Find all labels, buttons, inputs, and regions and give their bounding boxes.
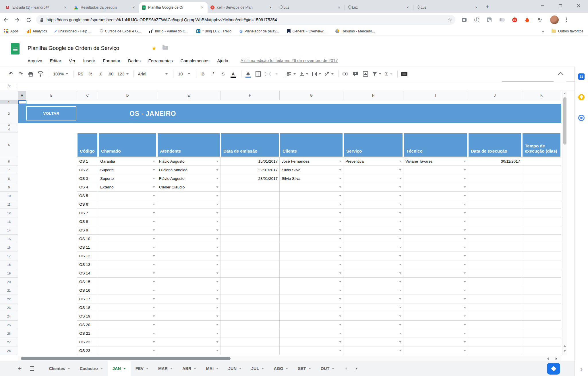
cell-dropdown-icon[interactable] [216,315,218,317]
cell[interactable]: OS 3 [77,174,98,183]
scroll-right-icon[interactable] [556,357,557,360]
cell-dropdown-icon[interactable] [399,298,401,300]
cell-dropdown-icon[interactable] [153,178,155,179]
cell-dropdown-icon[interactable] [464,315,466,317]
table-header-9[interactable]: Tempo de execução (dias) [523,133,560,157]
cell-dropdown-icon[interactable] [153,229,155,231]
cell-dropdown-icon[interactable] [216,298,218,300]
cell[interactable] [280,338,343,346]
cell[interactable] [98,321,157,329]
refresh-button[interactable] [23,14,34,26]
row-header-16[interactable]: 16 [0,243,18,252]
add-sheet-icon[interactable]: + [18,365,22,373]
browser-tab[interactable]: Luz× [276,2,345,13]
cell[interactable] [403,321,468,329]
vertical-align-icon[interactable] [299,70,308,78]
table-header-8[interactable]: Data de execução [469,133,521,157]
insert-chart-icon[interactable] [362,70,369,78]
cell[interactable] [403,260,468,269]
cell-dropdown-icon[interactable] [339,238,341,239]
cell[interactable] [343,303,403,312]
browser-tab[interactable]: Resultados da pesquis× [71,2,139,13]
font-size-select[interactable]: 10 [177,70,191,78]
cell-dropdown-icon[interactable] [339,161,341,162]
cell-dropdown-icon[interactable] [399,255,401,257]
cell[interactable]: OS 1 [77,157,98,165]
cell[interactable] [220,217,280,226]
cell[interactable] [468,295,522,303]
cell-dropdown-icon[interactable] [464,341,466,343]
cell[interactable] [98,235,157,243]
sheet-tab-dropdown-icon[interactable] [309,368,311,369]
row-header-24[interactable]: 24 [0,312,18,321]
menu-editar[interactable]: Editar [50,58,61,63]
row-header-9[interactable]: 9 [0,183,18,192]
cell[interactable] [343,243,403,252]
cell[interactable] [403,243,468,252]
scroll-up-icon[interactable] [564,93,566,94]
sheet-tab-mar[interactable]: MAR [153,361,177,376]
cell[interactable] [468,329,522,338]
bold-button[interactable]: B [200,70,206,78]
cell[interactable] [468,278,522,286]
cell[interactable] [522,346,561,355]
bookmark-item[interactable]: Apps [4,29,19,33]
scroll-down-icon[interactable] [564,350,566,352]
cell-dropdown-icon[interactable] [464,195,466,196]
cell[interactable] [280,269,343,277]
menu-inserir[interactable]: Inserir [83,58,95,63]
cell[interactable] [343,346,403,355]
row-header-3[interactable]: 3 [0,123,18,126]
cell[interactable]: Silvio Silva [280,166,343,174]
cell-dropdown-icon[interactable] [339,341,341,343]
column-header-J[interactable]: J [468,91,522,100]
cell-dropdown-icon[interactable] [153,333,155,334]
cell[interactable] [468,252,522,260]
cell-dropdown-icon[interactable] [153,161,155,162]
cell[interactable]: OS 10 [77,235,98,243]
cell-dropdown-icon[interactable] [153,290,155,291]
tab-close-icon[interactable]: × [63,5,68,10]
cell-dropdown-icon[interactable] [153,195,155,196]
cell-dropdown-icon[interactable] [216,169,218,171]
row-header-18[interactable]: 18 [0,260,18,269]
print-icon[interactable] [28,70,34,78]
sheet-tab-cadastro[interactable]: Cadastro [75,361,108,376]
cell[interactable] [522,312,561,320]
cell[interactable] [343,252,403,260]
menu-formatar[interactable]: Formatar [103,58,120,63]
row-header-27[interactable]: 27 [0,338,18,346]
flame-icon[interactable] [524,17,530,23]
menu-ajuda[interactable]: Ajuda [217,58,228,63]
cell[interactable] [343,295,403,303]
cell[interactable]: OS 14 [77,269,98,277]
cell[interactable] [522,252,561,260]
cell[interactable] [522,278,561,286]
cell-dropdown-icon[interactable] [464,264,466,265]
vertical-scrollbar[interactable] [562,91,567,355]
cell-dropdown-icon[interactable] [153,221,155,222]
cell-dropdown-icon[interactable] [153,315,155,317]
new-tab-button[interactable]: + [486,4,489,10]
cell[interactable] [280,321,343,329]
cell[interactable]: OS 4 [77,183,98,191]
cell[interactable] [343,329,403,338]
cell-dropdown-icon[interactable] [399,333,401,334]
cell[interactable] [403,166,468,174]
menu-ver[interactable]: Ver [69,58,76,63]
cell[interactable] [157,278,220,286]
cell[interactable] [280,252,343,260]
cell[interactable] [280,235,343,243]
cell-dropdown-icon[interactable] [216,195,218,196]
sheet-tab-dropdown-icon[interactable] [123,368,126,369]
cell-dropdown-icon[interactable] [339,204,341,205]
fill-color-button[interactable] [245,70,251,78]
column-header-A[interactable]: A [18,91,26,100]
row-header-7[interactable]: 7 [0,166,18,174]
cell[interactable]: OS 15 [77,278,98,286]
cell-dropdown-icon[interactable] [339,350,341,351]
percent-format-button[interactable]: % [87,70,94,78]
cell[interactable] [157,260,220,269]
cell[interactable]: OS 17 [77,295,98,303]
all-sheets-icon[interactable] [30,366,34,371]
